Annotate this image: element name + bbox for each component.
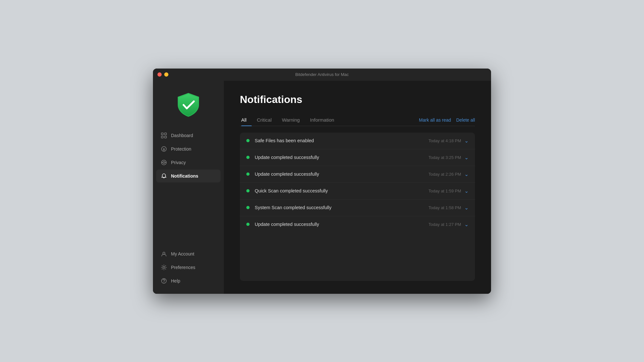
notification-item[interactable]: System Scan completed successfully Today… <box>240 200 475 216</box>
sidebar-item-label: Dashboard <box>171 133 193 138</box>
window-title: Bitdefender Antivirus for Mac <box>295 72 349 77</box>
notification-item[interactable]: Update completed successfully Today at 3… <box>240 149 475 166</box>
bottom-nav: My Account Preferences <box>153 247 224 294</box>
svg-rect-1 <box>165 133 166 135</box>
chevron-down-icon[interactable]: ⌄ <box>464 154 469 161</box>
tabs-actions: Mark all as read Delete all <box>419 117 475 123</box>
tabs-list: All Critical Warning Information <box>240 115 419 126</box>
account-icon <box>161 251 167 257</box>
sidebar-item-help[interactable]: Help <box>156 274 221 287</box>
notification-time: Today at 1:59 PM <box>429 189 461 193</box>
close-button[interactable] <box>157 72 162 77</box>
notification-item[interactable]: Update completed successfully Today at 2… <box>240 166 475 183</box>
notification-time: Today at 3:25 PM <box>429 155 461 160</box>
notification-item[interactable]: Quick Scan completed successfully Today … <box>240 183 475 200</box>
sidebar-item-label: Help <box>171 278 180 283</box>
sidebar-item-protection[interactable]: B Protection <box>156 143 221 155</box>
tab-critical[interactable]: Critical <box>252 115 277 126</box>
nav-section: Dashboard B Protection <box>153 129 224 247</box>
notification-dot <box>246 156 250 159</box>
notification-text: Quick Scan completed successfully <box>255 188 429 193</box>
notification-dot <box>246 139 250 142</box>
notification-dot <box>246 189 250 192</box>
sidebar-item-notifications[interactable]: Notifications <box>156 170 221 182</box>
delete-all-button[interactable]: Delete all <box>456 117 475 123</box>
svg-point-13 <box>164 282 164 283</box>
svg-rect-3 <box>165 136 166 138</box>
svg-rect-2 <box>161 136 163 138</box>
help-icon <box>161 278 167 284</box>
title-bar: Bitdefender Antivirus for Mac <box>153 69 491 81</box>
sidebar-item-label: Notifications <box>171 173 198 179</box>
svg-text:B: B <box>163 147 165 151</box>
sidebar-item-dashboard[interactable]: Dashboard <box>156 129 221 142</box>
notification-text: Update completed successfully <box>255 172 429 177</box>
sidebar-item-label: Preferences <box>171 265 195 270</box>
app-window: Bitdefender Antivirus for Mac <box>153 69 491 294</box>
main-layout: Dashboard B Protection <box>153 81 491 294</box>
notification-text: System Scan completed successfully <box>255 205 429 210</box>
sidebar: Dashboard B Protection <box>153 81 224 294</box>
notification-text: Update completed successfully <box>255 155 429 160</box>
page-title: Notifications <box>240 94 475 106</box>
chevron-down-icon[interactable]: ⌄ <box>464 188 469 194</box>
notification-text: Update completed successfully <box>255 222 429 227</box>
preferences-icon <box>161 264 167 271</box>
notification-time: Today at 4:18 PM <box>429 138 461 143</box>
notification-time: Today at 1:27 PM <box>429 222 461 227</box>
protection-icon: B <box>161 146 167 152</box>
notification-dot <box>246 172 250 176</box>
sidebar-item-my-account[interactable]: My Account <box>156 247 221 260</box>
chevron-down-icon[interactable]: ⌄ <box>464 138 469 144</box>
notification-time: Today at 1:58 PM <box>429 205 461 210</box>
notification-item[interactable]: Safe Files has been enabled Today at 4:1… <box>240 133 475 149</box>
notification-item[interactable]: Update completed successfully Today at 1… <box>240 216 475 233</box>
svg-point-7 <box>163 162 165 163</box>
notification-time: Today at 2:26 PM <box>429 172 461 177</box>
svg-point-11 <box>163 266 165 268</box>
bell-icon <box>161 173 167 179</box>
dashboard-icon <box>161 132 167 139</box>
shield-logo <box>174 90 203 119</box>
mark-all-read-button[interactable]: Mark all as read <box>419 117 451 123</box>
tabs-bar: All Critical Warning Information Mark al… <box>240 115 475 126</box>
notification-text: Safe Files has been enabled <box>255 138 429 143</box>
privacy-icon <box>161 159 167 166</box>
sidebar-item-privacy[interactable]: Privacy <box>156 156 221 169</box>
sidebar-item-label: Protection <box>171 146 191 152</box>
notification-dot <box>246 223 250 226</box>
notifications-list: Safe Files has been enabled Today at 4:1… <box>240 133 475 281</box>
tab-warning[interactable]: Warning <box>277 115 305 126</box>
sidebar-item-label: Privacy <box>171 160 186 165</box>
tab-information[interactable]: Information <box>305 115 339 126</box>
content-area: Notifications All Critical Warning Infor… <box>224 81 491 294</box>
sidebar-item-preferences[interactable]: Preferences <box>156 261 221 274</box>
sidebar-item-label: My Account <box>171 251 194 256</box>
chevron-down-icon[interactable]: ⌄ <box>464 171 469 177</box>
logo-area <box>153 84 224 129</box>
minimize-button[interactable] <box>164 72 168 77</box>
notification-dot <box>246 206 250 209</box>
content-inner: Notifications All Critical Warning Infor… <box>224 81 491 294</box>
window-controls <box>157 72 168 77</box>
chevron-down-icon[interactable]: ⌄ <box>464 221 469 227</box>
chevron-down-icon[interactable]: ⌄ <box>464 205 469 211</box>
tab-all[interactable]: All <box>240 115 252 126</box>
svg-rect-0 <box>161 133 163 135</box>
